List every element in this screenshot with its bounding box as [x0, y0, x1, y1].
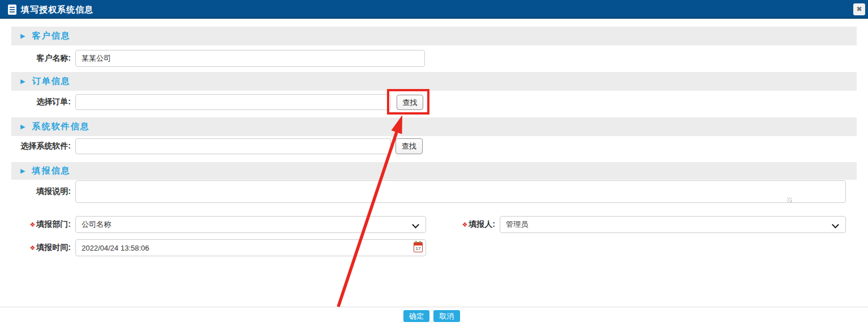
required-icon: ❖ [462, 221, 467, 228]
report-dept-label: ❖ 填报部门: [11, 216, 71, 233]
section-title: 客户信息 [32, 31, 70, 41]
close-icon[interactable]: ✖ [853, 3, 865, 15]
section-header-order: ▶ 订单信息 [11, 72, 857, 91]
section-title: 填报信息 [32, 166, 70, 176]
calendar-icon[interactable]: 17 [414, 242, 423, 252]
highlight-rectangle [387, 89, 429, 115]
customer-name-input[interactable] [75, 50, 425, 67]
footer-divider [0, 307, 868, 307]
triangle-icon: ▶ [20, 167, 25, 175]
chevron-down-icon [412, 221, 419, 228]
report-time-label: ❖ 填报时间: [11, 239, 71, 256]
calendar-day: 17 [414, 246, 422, 251]
report-person-label: ❖ 填报人: [436, 216, 495, 233]
cancel-button[interactable]: 取消 [433, 310, 460, 322]
resize-grip-icon[interactable] [787, 197, 792, 202]
report-person-select[interactable]: 管理员 [500, 216, 846, 233]
report-desc-label: 填报说明: [11, 184, 71, 200]
dialog-title: 填写授权系统信息 [21, 0, 93, 19]
section-header-software: ▶ 系统软件信息 [11, 117, 857, 136]
section-title: 订单信息 [32, 76, 70, 87]
software-input[interactable] [75, 138, 391, 154]
software-search-button[interactable]: 查找 [395, 138, 423, 154]
triangle-icon: ▶ [20, 32, 25, 40]
confirm-button[interactable]: 确定 [403, 310, 429, 322]
chevron-down-icon [832, 221, 839, 228]
report-dept-select[interactable]: 公司名称 [75, 216, 426, 233]
triangle-icon: ▶ [20, 123, 25, 130]
section-header-customer: ▶ 客户信息 [11, 27, 857, 45]
order-input[interactable] [75, 94, 391, 110]
report-dept-selected-value: 公司名称 [82, 219, 111, 230]
triangle-icon: ▶ [20, 78, 25, 85]
customer-name-label: 客户名称: [11, 50, 71, 67]
report-time-input[interactable] [75, 239, 426, 256]
order-select-label: 选择订单: [11, 94, 71, 110]
report-desc-textarea[interactable] [75, 180, 846, 203]
section-title: 系统软件信息 [32, 121, 90, 132]
required-icon: ❖ [29, 221, 35, 228]
dialog-titlebar: 填写授权系统信息 ✖ [0, 0, 868, 19]
software-select-label: 选择系统软件: [10, 138, 71, 154]
required-icon: ❖ [29, 244, 35, 252]
document-icon [8, 5, 16, 15]
report-person-selected-value: 管理员 [506, 219, 528, 230]
section-header-report: ▶ 填报信息 [11, 162, 857, 180]
